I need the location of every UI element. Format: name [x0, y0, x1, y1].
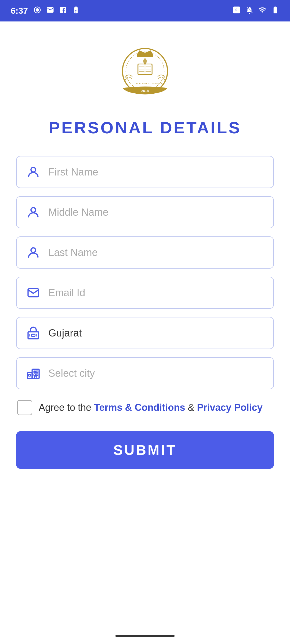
submit-button[interactable]: SUBMIT — [16, 431, 274, 469]
svg-text:ACADEMIC: ACADEMIC — [136, 82, 148, 85]
svg-marker-2 — [137, 50, 154, 55]
terms-link[interactable]: Terms & Conditions — [94, 402, 185, 413]
svg-rect-26 — [27, 373, 32, 379]
building-icon — [25, 324, 42, 342]
terms-row: Agree to the Terms & Conditions & Privac… — [16, 400, 274, 415]
academy-logo: 2018 ACADEMIC EXCELLENCE — [117, 44, 173, 101]
state-field[interactable]: Gujarat — [16, 317, 274, 349]
terms-checkbox[interactable] — [17, 400, 32, 415]
svg-point-0 — [36, 8, 39, 12]
last-name-input[interactable] — [48, 247, 265, 258]
first-name-input[interactable] — [48, 166, 265, 178]
city-icon — [25, 365, 42, 382]
battery-charging-icon — [72, 6, 80, 16]
nfc-icon — [233, 6, 241, 16]
svg-point-19 — [31, 208, 35, 212]
email-input[interactable] — [48, 287, 265, 299]
gmail-icon — [46, 6, 54, 16]
svg-rect-31 — [34, 374, 36, 376]
status-bar: 6:37 — [0, 0, 290, 21]
page-title: PERSONAL DETAILS — [49, 118, 241, 137]
status-time: 6:37 — [11, 6, 28, 16]
svg-point-18 — [31, 167, 35, 172]
form-container: Gujarat — [16, 156, 274, 469]
svg-rect-30 — [36, 371, 38, 373]
facebook-icon — [59, 6, 67, 16]
bottom-nav-bar — [0, 628, 290, 644]
home-indicator — [115, 635, 175, 637]
wifi-icon — [258, 6, 266, 16]
battery-icon — [271, 6, 279, 16]
svg-text:EXCELLENCE: EXCELLENCE — [148, 82, 163, 85]
person-icon-1 — [25, 163, 42, 181]
terms-separator: & — [188, 402, 197, 413]
terms-label: Agree to the Terms & Conditions & Privac… — [39, 402, 263, 413]
svg-rect-33 — [34, 376, 37, 379]
privacy-link[interactable]: Privacy Policy — [197, 402, 263, 413]
svg-rect-23 — [32, 334, 35, 336]
middle-name-field[interactable] — [16, 196, 274, 228]
logo-container: 2018 ACADEMIC EXCELLENCE — [115, 43, 175, 102]
email-icon — [25, 284, 42, 301]
email-field[interactable] — [16, 277, 274, 309]
first-name-field[interactable] — [16, 156, 274, 188]
svg-text:2018: 2018 — [141, 89, 149, 93]
skype-icon — [33, 6, 41, 16]
status-bar-left: 6:37 — [11, 6, 80, 16]
svg-rect-34 — [29, 374, 31, 376]
svg-rect-32 — [36, 374, 38, 376]
status-icons-left — [33, 6, 80, 16]
svg-point-20 — [31, 248, 35, 253]
status-bar-right — [233, 6, 279, 16]
last-name-field[interactable] — [16, 236, 274, 269]
notifications-off-icon — [245, 6, 253, 16]
state-value: Gujarat — [48, 327, 265, 339]
city-field[interactable] — [16, 357, 274, 389]
person-icon-3 — [25, 244, 42, 261]
svg-marker-3 — [137, 55, 154, 57]
middle-name-input[interactable] — [48, 207, 265, 218]
main-content: 2018 ACADEMIC EXCELLENCE PERSONAL DETAIL… — [0, 21, 290, 490]
city-input[interactable] — [48, 368, 265, 379]
person-icon-2 — [25, 204, 42, 221]
